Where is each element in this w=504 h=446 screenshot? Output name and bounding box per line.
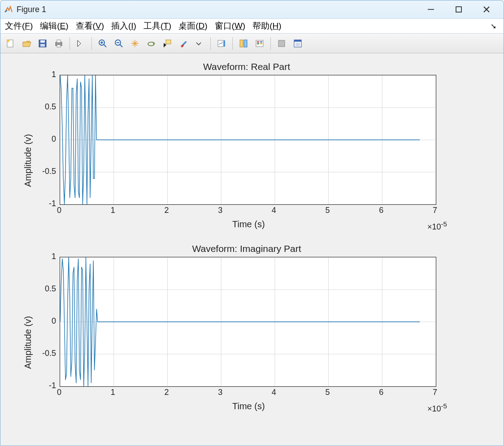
menubar: 文件(F) 编辑(E) 查看(V) 插入(I) 工具(T) 桌面(D) 窗口(W… <box>0 18 504 34</box>
matlab-icon <box>4 5 13 14</box>
svg-rect-31 <box>294 40 301 42</box>
xtick-label: 2 <box>164 388 169 397</box>
menu-help[interactable]: 帮助(H) <box>252 20 281 32</box>
open-button[interactable] <box>19 36 34 51</box>
xtick-label: 7 <box>433 206 437 215</box>
svg-rect-11 <box>57 45 61 47</box>
insert-legend-button[interactable] <box>236 36 251 51</box>
svg-rect-29 <box>278 40 285 47</box>
toolbar-separator <box>91 37 92 50</box>
xtick-label: 0 <box>57 388 61 397</box>
ytick-label: -0.5 <box>34 167 56 176</box>
toolbar <box>0 34 504 53</box>
pan-button[interactable] <box>128 36 142 51</box>
xtick-label: 6 <box>379 388 383 397</box>
ytick-label: 0 <box>34 134 56 144</box>
xtick-label: 2 <box>164 206 169 215</box>
svg-rect-10 <box>57 40 61 43</box>
svg-rect-7 <box>40 40 45 43</box>
hide-plot-tools-button[interactable] <box>274 36 289 51</box>
zoom-out-button[interactable] <box>112 36 126 51</box>
save-button[interactable] <box>35 36 50 51</box>
axes-imag[interactable] <box>60 257 436 387</box>
x-exponent-imag: ×10-5 <box>427 402 447 414</box>
xtick-label: 3 <box>218 388 222 397</box>
svg-point-5 <box>7 39 9 42</box>
plot-title-imag: Waveform: Imaginary Part <box>6 243 487 254</box>
ytick-label: 0 <box>34 316 56 326</box>
window-title: Figure 1 <box>17 5 46 14</box>
ytick-label: -1 <box>34 199 56 208</box>
xtick-label: 4 <box>272 388 276 397</box>
ylabel-imag: Amplitude (v) <box>23 316 33 369</box>
xtick-label: 3 <box>218 206 222 215</box>
ytick-label: -0.5 <box>34 349 56 358</box>
insert-colorbar-button[interactable] <box>214 36 229 51</box>
ytick-label: 0.5 <box>34 102 56 112</box>
edit-plot-button[interactable] <box>74 36 88 51</box>
xtick-label: 1 <box>111 206 115 215</box>
xtick-label: 7 <box>433 388 437 397</box>
svg-line-17 <box>120 44 122 47</box>
subplot-imag: Waveform: Imaginary Part Amplitude (v) T… <box>6 243 487 423</box>
data-cursor-button[interactable] <box>160 36 174 51</box>
maximize-button[interactable] <box>451 3 467 16</box>
x-exponent-real: ×10-5 <box>427 220 447 232</box>
svg-rect-32 <box>295 43 300 46</box>
xtick-label: 1 <box>111 388 115 397</box>
toolbar-separator <box>210 37 211 50</box>
xtick-label: 5 <box>326 388 330 397</box>
dock-arrow-icon[interactable]: ➘ <box>491 22 499 30</box>
ytick-label: 1 <box>34 252 56 261</box>
xtick-label: 5 <box>326 206 330 215</box>
svg-rect-19 <box>166 40 171 44</box>
menu-file[interactable]: 文件(F) <box>5 20 33 32</box>
svg-line-13 <box>104 44 106 47</box>
svg-rect-27 <box>260 41 262 43</box>
rotate3d-button[interactable] <box>144 36 158 51</box>
svg-rect-22 <box>240 40 243 47</box>
insert-legend2-button[interactable] <box>252 36 267 51</box>
svg-rect-23 <box>244 40 247 47</box>
svg-rect-28 <box>260 43 262 44</box>
subplot-real: Waveform: Real Part Amplitude (v) Time (… <box>6 61 487 241</box>
figure-window: Figure 1 文件(F) 编辑(E) 查看(V) 插入(I) 工具(T) 桌… <box>0 0 504 446</box>
xlabel-imag: Time (s) <box>232 401 265 411</box>
menu-edit[interactable]: 编辑(E) <box>40 20 68 32</box>
plot-title-real: Waveform: Real Part <box>6 61 487 72</box>
toolbar-separator <box>270 37 271 50</box>
ytick-label: -1 <box>34 381 56 390</box>
figure-canvas[interactable]: Waveform: Real Part Amplitude (v) Time (… <box>0 53 504 446</box>
ytick-label: 1 <box>34 70 56 79</box>
window-buttons <box>423 3 500 16</box>
ylabel-real: Amplitude (v) <box>23 134 33 187</box>
xlabel-real: Time (s) <box>232 219 265 229</box>
xtick-label: 4 <box>272 206 276 215</box>
xtick-label: 6 <box>379 206 383 215</box>
svg-rect-8 <box>40 44 45 47</box>
toolbar-separator <box>232 37 233 50</box>
ytick-label: 0.5 <box>34 284 56 294</box>
menu-insert[interactable]: 插入(I) <box>111 20 136 32</box>
menu-tools[interactable]: 工具(T) <box>143 20 171 32</box>
svg-rect-26 <box>257 43 259 44</box>
svg-rect-21 <box>224 40 225 47</box>
menu-window[interactable]: 窗口(W) <box>215 20 246 32</box>
link-dropdown-button[interactable] <box>192 36 207 51</box>
titlebar[interactable]: Figure 1 <box>0 0 504 18</box>
axes-real[interactable] <box>60 75 436 205</box>
svg-rect-25 <box>257 41 259 43</box>
svg-rect-1 <box>456 7 461 12</box>
close-button[interactable] <box>478 3 495 16</box>
brush-button[interactable] <box>176 36 191 51</box>
show-plot-tools-button[interactable] <box>291 36 305 51</box>
menu-view[interactable]: 查看(V) <box>76 20 104 32</box>
menu-desktop[interactable]: 桌面(D) <box>178 20 207 32</box>
zoom-in-button[interactable] <box>96 36 110 51</box>
print-button[interactable] <box>52 36 66 51</box>
xtick-label: 0 <box>57 206 61 215</box>
toolbar-separator <box>70 37 70 50</box>
minimize-button[interactable] <box>423 3 439 16</box>
new-figure-button[interactable] <box>3 36 17 51</box>
